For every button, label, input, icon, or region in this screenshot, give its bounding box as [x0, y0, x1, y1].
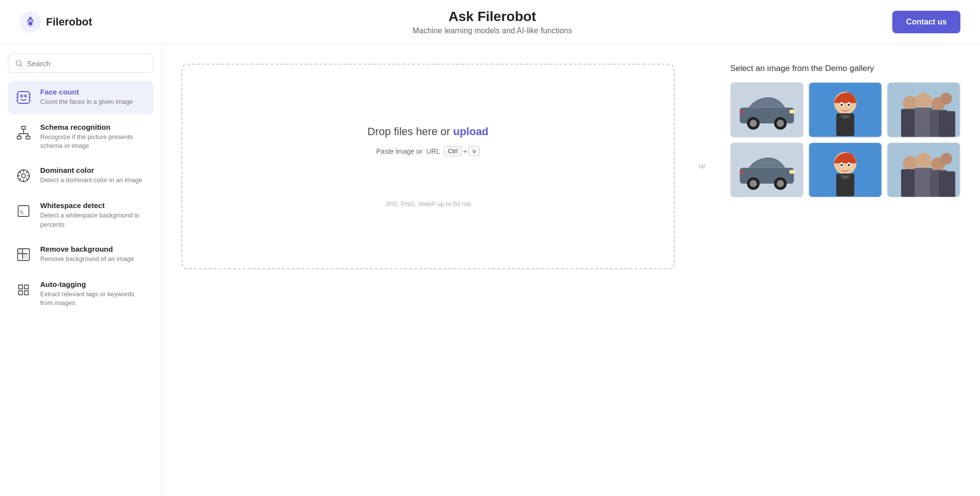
- color-icon: [14, 166, 33, 186]
- gallery-grid: [730, 82, 960, 197]
- header-center: Ask Filerobot Machine learning models an…: [92, 9, 892, 35]
- svg-point-44: [750, 180, 757, 187]
- svg-rect-4: [18, 92, 29, 103]
- svg-rect-24: [740, 111, 743, 113]
- sidebar-item-title-face-count: Face count: [40, 88, 133, 96]
- sidebar-item-desc-dominant-color: Detect a dominant color in an image: [40, 176, 142, 185]
- search-input[interactable]: [27, 59, 146, 68]
- svg-point-63: [940, 153, 952, 165]
- sidebar-item-desc-auto-tagging: Extract relevant tags or keywords from i…: [40, 290, 147, 307]
- schema-icon: [14, 123, 33, 142]
- search-box[interactable]: [8, 54, 153, 73]
- sidebar-item-title-schema-recognition: Schema recognition: [40, 123, 147, 131]
- drop-hint: JPG, PNG, WebP up to 50 mb: [385, 200, 471, 208]
- whitespace-icon: %: [14, 201, 33, 221]
- header: Filerobot Ask Filerobot Machine learning…: [0, 0, 980, 44]
- face-icon: [14, 88, 33, 107]
- filerobot-logo-icon: [20, 11, 41, 33]
- sidebar-items-list: Face count Count the faces in a given im…: [8, 81, 153, 314]
- upload-link[interactable]: upload: [453, 125, 489, 138]
- paste-label: Paste image or: [376, 147, 422, 155]
- paste-url-label: URL: [426, 147, 440, 155]
- svg-rect-47: [789, 170, 795, 173]
- gallery-title: Select an image from the Demo gallery: [730, 64, 960, 73]
- or-divider: or: [699, 64, 706, 170]
- svg-point-54: [840, 164, 843, 166]
- tag-icon: [14, 280, 33, 300]
- svg-point-11: [22, 174, 25, 178]
- sidebar-item-auto-tagging[interactable]: Auto-tagging Extract relevant tags or ke…: [8, 273, 153, 314]
- gallery-item-group-1[interactable]: [887, 82, 960, 138]
- search-icon: [15, 60, 23, 68]
- sidebar-item-dominant-color[interactable]: Dominant color Detect a dominant color i…: [8, 159, 153, 192]
- sidebar-item-desc-schema-recognition: Recognize if the picture presents schema…: [40, 133, 147, 150]
- sidebar-item-title-auto-tagging: Auto-tagging: [40, 280, 147, 288]
- gallery-item-group-2[interactable]: [887, 142, 960, 198]
- drop-text-label: Drop files here or: [368, 125, 453, 138]
- content-area: Drop files here or upload Paste image or…: [162, 44, 980, 496]
- ctrl-key: Ctrl: [444, 146, 462, 156]
- gallery-item-car-2[interactable]: [730, 142, 804, 198]
- svg-rect-15: [18, 249, 23, 254]
- sidebar: Face count Count the faces in a given im…: [0, 44, 162, 496]
- gallery-item-girl-1[interactable]: [808, 82, 882, 138]
- sidebar-item-desc-face-count: Count the faces in a given image: [40, 97, 133, 106]
- svg-rect-61: [915, 167, 933, 197]
- header-title: Ask Filerobot: [102, 9, 882, 24]
- svg-point-6: [24, 95, 26, 97]
- svg-point-1: [28, 22, 32, 25]
- svg-text:%: %: [20, 209, 24, 215]
- svg-point-30: [840, 104, 843, 106]
- sidebar-item-desc-remove-background: Remove background of an image: [40, 255, 134, 263]
- svg-point-46: [777, 180, 784, 187]
- plus-symbol: +: [463, 147, 467, 155]
- svg-rect-23: [789, 110, 795, 113]
- gallery-item-car-1[interactable]: [730, 82, 804, 138]
- svg-point-39: [940, 93, 952, 104]
- paste-row: Paste image or URL Ctrl + v: [376, 146, 480, 156]
- sidebar-item-remove-background[interactable]: Remove background Remove background of a…: [8, 238, 153, 271]
- sidebar-item-whitespace-detect[interactable]: % Whitespace detect Detect a whitespace …: [8, 194, 153, 236]
- svg-rect-64: [939, 171, 955, 197]
- dropzone[interactable]: Drop files here or upload Paste image or…: [181, 64, 675, 269]
- svg-point-31: [848, 104, 850, 106]
- svg-rect-48: [740, 171, 743, 173]
- svg-rect-40: [939, 111, 955, 137]
- contact-button[interactable]: Contact us: [892, 11, 960, 33]
- sidebar-item-desc-whitespace-detect: Detect a whitespace background in percen…: [40, 211, 147, 229]
- svg-point-55: [848, 164, 850, 166]
- sidebar-item-schema-recognition[interactable]: Schema recognition Recognize if the pict…: [8, 116, 153, 157]
- logo-area: Filerobot: [20, 11, 92, 33]
- header-subtitle: Machine learning models and AI-like func…: [102, 26, 882, 35]
- sidebar-item-title-whitespace-detect: Whitespace detect: [40, 201, 147, 210]
- svg-point-22: [777, 120, 784, 127]
- svg-point-20: [750, 120, 757, 127]
- sidebar-item-title-dominant-color: Dominant color: [40, 166, 142, 174]
- gallery-area: Select an image from the Demo gallery: [730, 64, 960, 197]
- svg-point-5: [21, 95, 23, 97]
- svg-point-58: [915, 153, 931, 169]
- keyboard-shortcut: Ctrl + v: [444, 146, 480, 156]
- main-layout: Face count Count the faces in a given im…: [0, 44, 980, 496]
- drop-text: Drop files here or upload: [368, 125, 489, 138]
- svg-rect-37: [915, 108, 933, 137]
- svg-rect-16: [23, 254, 27, 259]
- or-label: or: [699, 162, 706, 170]
- svg-point-2: [29, 17, 32, 19]
- svg-point-34: [915, 93, 931, 109]
- sidebar-item-face-count[interactable]: Face count Count the faces in a given im…: [8, 81, 153, 114]
- gallery-item-girl-2[interactable]: [808, 142, 882, 198]
- v-key: v: [468, 146, 480, 156]
- remove-bg-icon: [14, 245, 33, 264]
- dropzone-area: Drop files here or upload Paste image or…: [181, 64, 675, 269]
- logo-text: Filerobot: [46, 16, 92, 28]
- sidebar-item-title-remove-background: Remove background: [40, 245, 134, 253]
